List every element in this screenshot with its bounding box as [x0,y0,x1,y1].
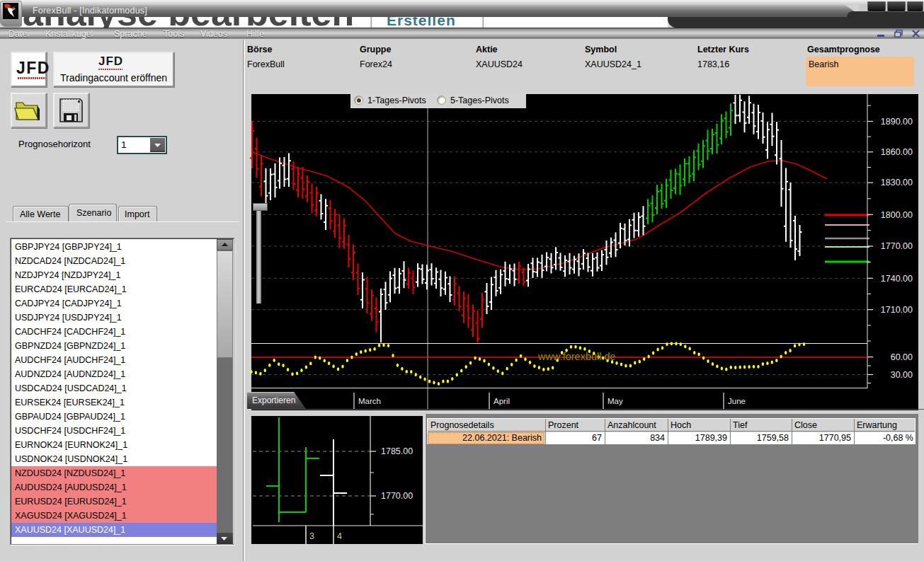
svg-text:1770.00: 1770.00 [881,241,913,251]
svg-text:March: March [358,397,381,405]
svg-text:3: 3 [309,531,314,541]
svg-text:June: June [728,397,746,405]
svg-text:60.00: 60.00 [891,352,913,362]
svg-text:4: 4 [337,531,342,541]
svg-text:30.00: 30.00 [891,370,913,380]
svg-text:1860.00: 1860.00 [881,147,913,157]
svg-text:1770.00: 1770.00 [381,491,413,501]
svg-text:1890.00: 1890.00 [881,117,913,127]
svg-text:May: May [608,397,623,405]
svg-text:1830.00: 1830.00 [881,178,913,187]
svg-text:1785.00: 1785.00 [381,446,413,456]
svg-text:1740.00: 1740.00 [881,274,913,284]
svg-text:1800.00: 1800.00 [881,210,913,220]
svg-text:1710.00: 1710.00 [881,305,913,315]
svg-text:April: April [494,397,510,405]
svg-text:www.forexbull.de: www.forexbull.de [537,351,616,362]
